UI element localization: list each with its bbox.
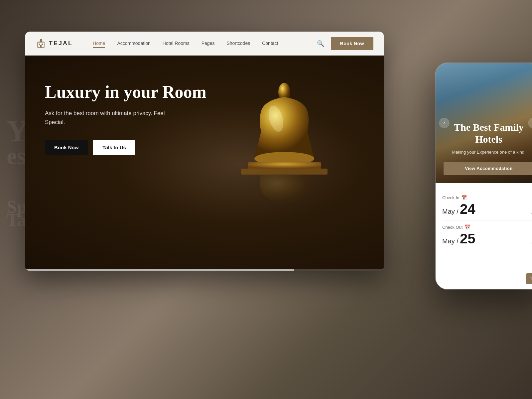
nav-hotel-rooms[interactable]: Hotel Rooms xyxy=(163,41,190,47)
svg-point-6 xyxy=(40,39,42,41)
phone-hero-content: The Best Family Hotels Making your Exper… xyxy=(444,121,532,175)
hero-buttons: Book Now Talk to Us xyxy=(45,140,364,155)
navigation: TEJAL Home Accommodation Hotel Rooms Pag… xyxy=(25,32,384,56)
checkin-month: May / xyxy=(442,208,459,215)
checkin-date: May / 24 xyxy=(442,202,475,216)
checkin-calendar-icon[interactable]: 📅 xyxy=(461,195,467,200)
checkout-date: May / 25 xyxy=(442,232,475,246)
logo[interactable]: TEJAL xyxy=(36,38,73,49)
phone-booking-card: Check In 📅 May / 24 ... Check Out 📅 May … xyxy=(436,183,532,258)
hero-title: Luxury in your Room xyxy=(45,82,218,102)
nav-book-now-button[interactable]: Book Now xyxy=(331,37,373,50)
svg-rect-4 xyxy=(42,44,43,45)
checkin-label: Check In 📅 xyxy=(442,195,532,200)
phone-mockup: ‹ › The Best Family Hotels Making your E… xyxy=(436,63,532,289)
phone-hero-title: The Best Family Hotels xyxy=(444,121,532,145)
browser-window: TEJAL Home Accommodation Hotel Rooms Pag… xyxy=(25,32,384,271)
hero-content: Luxury in your Room Ask for the best roo… xyxy=(25,56,384,182)
logo-icon xyxy=(36,38,46,49)
checkin-value: May / 24 ... xyxy=(442,202,532,216)
nav-contact[interactable]: Contact xyxy=(262,41,278,47)
checkout-label: Check Out 📅 xyxy=(442,224,532,230)
nav-home[interactable]: Home xyxy=(93,41,105,47)
scroll-up-button[interactable]: ⇧ xyxy=(526,273,532,284)
checkout-month: May / xyxy=(442,237,459,245)
hero-book-now-button[interactable]: Book Now xyxy=(45,140,88,155)
checkin-day: 24 xyxy=(460,201,475,217)
logo-text: TEJAL xyxy=(49,40,73,47)
search-icon[interactable]: 🔍 xyxy=(317,40,324,47)
checkout-value: May / 25 ... xyxy=(442,232,532,246)
progress-fill xyxy=(25,269,294,271)
hero-section: Luxury in your Room Ask for the best roo… xyxy=(25,56,384,271)
nav-accommodation[interactable]: Accommodation xyxy=(117,41,150,47)
svg-rect-3 xyxy=(39,44,40,45)
svg-rect-5 xyxy=(40,45,42,48)
carousel-prev-button[interactable]: ‹ xyxy=(439,118,450,128)
nav-links: Home Accommodation Hotel Rooms Pages Sho… xyxy=(93,41,317,47)
view-accommodation-button[interactable]: View Accommodation xyxy=(444,162,532,175)
checkout-row: Check Out 📅 May / 25 ... xyxy=(442,220,532,250)
checkout-more-icon[interactable]: ... xyxy=(530,237,532,245)
hero-subtitle: Ask for the best room with ultimate priv… xyxy=(45,109,185,127)
checkin-row: Check In 📅 May / 24 ... xyxy=(442,191,532,220)
checkout-calendar-icon[interactable]: 📅 xyxy=(465,224,470,230)
phone-hero-subtitle: Making your Experience one of a kind. xyxy=(444,149,532,155)
hero-progress-bar xyxy=(25,269,384,271)
hero-talk-to-us-button[interactable]: Talk to Us xyxy=(93,140,135,155)
phone-hero-section: ‹ › The Best Family Hotels Making your E… xyxy=(436,63,532,183)
nav-pages[interactable]: Pages xyxy=(201,41,215,47)
nav-shortcodes[interactable]: Shortcodes xyxy=(226,41,250,47)
checkout-day: 25 xyxy=(460,231,475,246)
checkin-more-icon[interactable]: ... xyxy=(530,208,532,215)
